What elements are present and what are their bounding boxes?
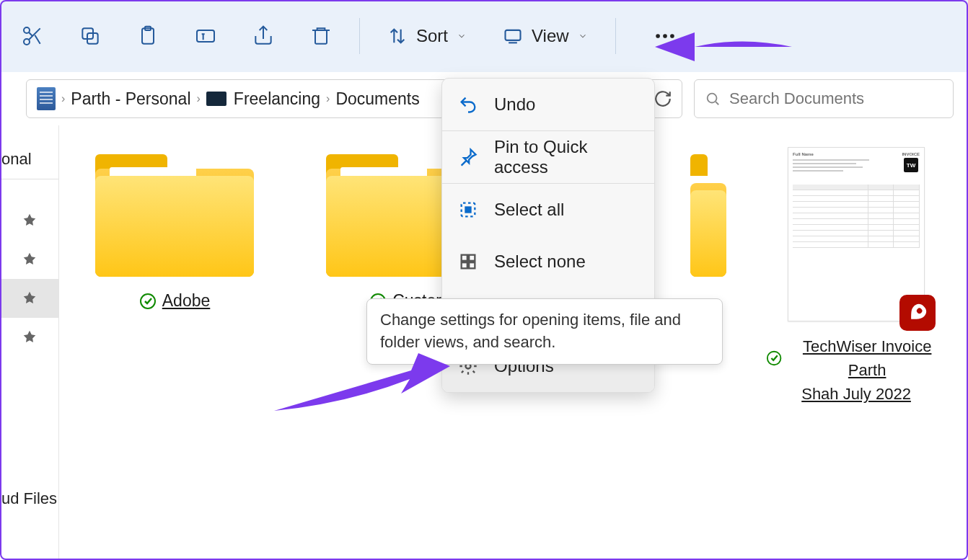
clipboard-icon — [136, 25, 159, 48]
rename-icon — [194, 25, 217, 48]
view-dropdown[interactable]: View — [488, 11, 602, 61]
svg-line-4 — [29, 32, 32, 36]
pin-icon — [22, 290, 38, 306]
tw-badge: TW — [904, 158, 918, 172]
refresh-icon — [654, 89, 672, 108]
svg-point-17 — [708, 94, 717, 103]
chevron-down-icon — [578, 31, 588, 41]
command-bar: Sort View — [0, 0, 968, 72]
view-icon — [503, 26, 523, 46]
chevron-right-icon: › — [197, 92, 201, 105]
pc-icon — [206, 92, 226, 106]
sidebar-divider — [0, 179, 58, 179]
toolbar-divider — [615, 18, 616, 54]
svg-line-3 — [35, 35, 40, 44]
search-icon — [705, 91, 721, 107]
pdf-thumbnail: Full NameINVOICE TW — [788, 147, 925, 321]
rename-button[interactable] — [180, 11, 231, 61]
scissors-icon — [21, 25, 44, 48]
menu-select-none[interactable]: Select none — [442, 236, 654, 288]
toolbar-divider — [359, 18, 360, 54]
sidebar-pinned-item[interactable] — [0, 279, 58, 318]
item-label: Adobe — [139, 291, 211, 311]
svg-point-14 — [656, 34, 660, 38]
sidebar-pinned-item[interactable] — [0, 318, 58, 357]
svg-rect-9 — [197, 30, 214, 42]
cut-button[interactable] — [7, 11, 58, 61]
sort-icon — [387, 26, 408, 46]
view-label: View — [532, 26, 569, 46]
pdf-icon — [899, 295, 936, 331]
svg-rect-26 — [462, 262, 467, 268]
undo-icon — [458, 94, 478, 115]
file-item-pdf[interactable]: Full NameINVOICE TW — [766, 147, 946, 406]
paste-button[interactable] — [123, 11, 173, 61]
search-box[interactable] — [694, 79, 954, 118]
menu-pin-quick-access[interactable]: Pin to Quick access — [442, 131, 654, 183]
sync-check-icon — [766, 350, 782, 367]
breadcrumb-segment[interactable]: Freelancing — [206, 89, 320, 109]
chevron-right-icon: › — [61, 92, 65, 105]
svg-point-0 — [24, 27, 30, 33]
sidebar-item-partial[interactable]: onal — [0, 147, 58, 172]
copy-button[interactable] — [65, 11, 115, 61]
svg-point-1 — [24, 39, 30, 45]
more-button[interactable] — [643, 14, 687, 58]
svg-line-18 — [716, 102, 718, 105]
sidebar-item-partial[interactable]: ud Files — [0, 486, 58, 511]
nav-sidebar: onal ud Files — [0, 125, 59, 560]
select-all-icon — [458, 200, 478, 220]
select-none-icon — [458, 252, 478, 272]
svg-rect-25 — [469, 255, 475, 261]
svg-point-16 — [670, 34, 674, 38]
options-tooltip: Change settings for opening items, file … — [366, 298, 723, 365]
sidebar-pinned-item[interactable] — [0, 201, 58, 240]
folder-icon — [95, 147, 254, 277]
pin-icon — [22, 213, 38, 228]
sync-check-icon — [139, 293, 157, 310]
ellipsis-icon — [653, 24, 677, 48]
chevron-down-icon — [457, 31, 467, 41]
delete-button[interactable] — [296, 11, 346, 61]
folder-item[interactable]: Adobe — [74, 147, 276, 311]
folder-icon — [690, 147, 726, 277]
menu-select-all[interactable]: Select all — [442, 184, 654, 236]
chevron-right-icon: › — [326, 92, 330, 105]
search-input[interactable] — [729, 89, 943, 108]
breadcrumb-segment[interactable]: Parth - Personal — [71, 89, 190, 109]
copy-icon — [79, 25, 102, 48]
breadcrumb-segment[interactable]: Documents — [335, 89, 419, 109]
pin-icon — [22, 252, 38, 267]
svg-rect-27 — [469, 262, 475, 268]
sort-dropdown[interactable]: Sort — [373, 11, 481, 61]
share-button[interactable] — [238, 11, 289, 61]
share-icon — [252, 25, 275, 48]
svg-point-15 — [663, 34, 667, 38]
svg-rect-23 — [465, 206, 471, 213]
svg-rect-12 — [506, 30, 521, 40]
sort-label: Sort — [416, 26, 448, 46]
pin-icon — [22, 329, 38, 345]
item-label: TechWiser Invoice Parth Shah July 2022 — [766, 334, 946, 406]
svg-rect-11 — [315, 30, 327, 44]
menu-undo[interactable]: Undo — [442, 79, 654, 130]
trash-icon — [309, 25, 333, 48]
svg-rect-24 — [462, 255, 467, 261]
location-type-icon — [37, 87, 56, 110]
sidebar-pinned-item[interactable] — [0, 240, 58, 279]
pin-icon — [458, 147, 478, 167]
